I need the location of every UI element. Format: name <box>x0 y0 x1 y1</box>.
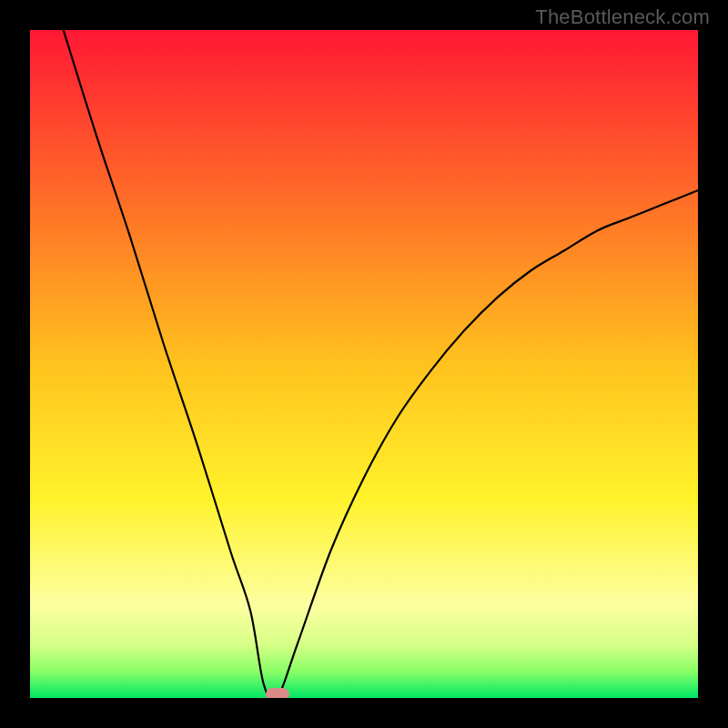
minimum-marker <box>266 688 289 698</box>
chart-svg <box>30 30 698 698</box>
watermark-text: TheBottleneck.com <box>535 5 710 29</box>
gradient-background <box>30 30 698 698</box>
plot-area <box>30 30 698 698</box>
chart-frame: TheBottleneck.com <box>0 0 728 728</box>
